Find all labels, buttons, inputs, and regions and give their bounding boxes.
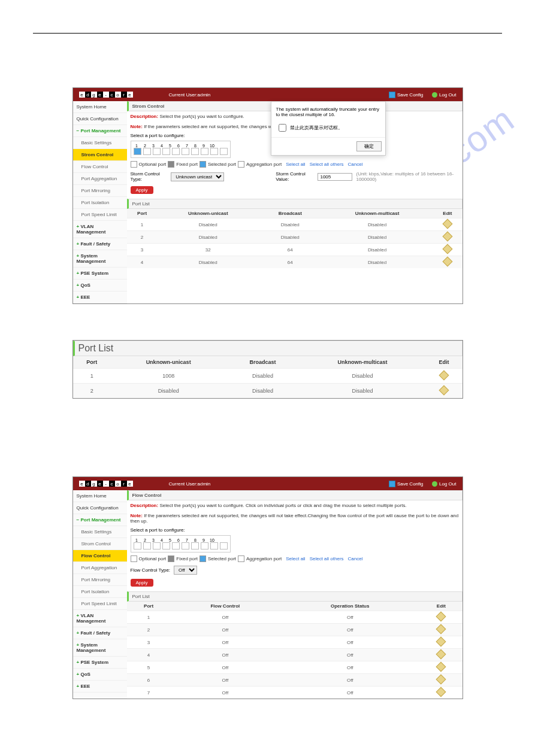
apply-button[interactable]: Apply bbox=[131, 186, 153, 194]
sidebar-item[interactable]: Port Aggregation bbox=[73, 562, 127, 574]
port-cell[interactable] bbox=[143, 148, 151, 155]
table-cell: 32 bbox=[158, 244, 259, 256]
sidebar-item[interactable]: Port Speed Limit bbox=[73, 598, 127, 610]
sidebar-item[interactable]: Port Mirroring bbox=[73, 185, 127, 197]
description-label: Description: bbox=[131, 503, 159, 508]
save-config-button[interactable]: Save Config bbox=[389, 481, 424, 487]
port-cell[interactable] bbox=[182, 542, 189, 549]
port-cell[interactable] bbox=[153, 542, 161, 549]
edit-icon[interactable] bbox=[442, 219, 452, 229]
port-cell[interactable] bbox=[201, 148, 208, 155]
cancel-link[interactable]: Cancel bbox=[348, 556, 363, 561]
sidebar-item[interactable]: Strom Control bbox=[73, 538, 127, 550]
legend-optional: Optional port bbox=[139, 162, 167, 167]
port-cell[interactable] bbox=[134, 148, 141, 155]
table-cell: Off bbox=[280, 611, 420, 624]
select-others-link[interactable]: Select all others bbox=[310, 162, 344, 167]
sidebar-item[interactable]: + EEE bbox=[73, 292, 127, 303]
legend-agg: Aggregation port bbox=[246, 556, 282, 561]
sidebar-item[interactable]: Strom Control bbox=[73, 149, 127, 161]
edit-icon[interactable] bbox=[442, 232, 452, 242]
sidebar-item[interactable]: Port Isolation bbox=[73, 197, 127, 209]
sidebar-item[interactable]: + QoS bbox=[73, 669, 127, 681]
port-cell[interactable] bbox=[201, 542, 208, 549]
sidebar-item[interactable]: Quick Configuration bbox=[73, 113, 127, 125]
edit-icon[interactable] bbox=[436, 675, 446, 685]
edit-icon[interactable] bbox=[436, 624, 446, 634]
edit-icon[interactable] bbox=[436, 662, 446, 672]
confirm-dialog: The system will automatically truncate y… bbox=[271, 101, 386, 156]
edit-icon[interactable] bbox=[436, 637, 446, 647]
flow-type-select[interactable]: Off bbox=[174, 566, 197, 575]
sidebar-item[interactable]: − Port Management bbox=[73, 514, 127, 526]
save-config-button[interactable]: Save Config bbox=[389, 92, 424, 98]
selected-swatch bbox=[200, 161, 206, 168]
sidebar-item[interactable]: Port Speed Limit bbox=[73, 209, 127, 221]
sidebar-item[interactable]: + QoS bbox=[73, 280, 127, 292]
sidebar-item[interactable]: System Home bbox=[73, 490, 127, 502]
sidebar-item[interactable]: Basic Settings bbox=[73, 137, 127, 149]
storm-type-select[interactable]: Unknown unicast bbox=[171, 172, 224, 181]
select-others-link[interactable]: Select all others bbox=[310, 556, 344, 561]
port-cell[interactable] bbox=[220, 148, 228, 155]
sidebar-item[interactable]: Quick Configuration bbox=[73, 502, 127, 514]
port-cell[interactable] bbox=[143, 542, 151, 549]
fixed-swatch bbox=[168, 555, 174, 562]
port-cell[interactable] bbox=[191, 542, 199, 549]
port-cell[interactable] bbox=[182, 148, 189, 155]
port-cell[interactable] bbox=[172, 542, 180, 549]
sidebar-item[interactable]: Port Mirroring bbox=[73, 574, 127, 586]
storm-value-input[interactable] bbox=[318, 173, 352, 181]
edit-icon[interactable] bbox=[436, 687, 446, 697]
port-cell[interactable] bbox=[210, 542, 218, 549]
logout-button[interactable]: Log Out bbox=[432, 92, 456, 98]
sidebar-item[interactable]: Flow Control bbox=[73, 550, 127, 562]
port-cell[interactable] bbox=[134, 542, 141, 549]
table-row: 6OffOff bbox=[127, 674, 463, 687]
port-cell[interactable] bbox=[162, 542, 170, 549]
sidebar-item[interactable]: + Fault / Safety bbox=[73, 238, 127, 250]
sidebar-item[interactable]: + PSE System bbox=[73, 268, 127, 280]
header-bar: edge-core Current User:admin Save Config… bbox=[73, 88, 463, 101]
sidebar-item[interactable]: − Port Management bbox=[73, 125, 127, 137]
sidebar-item[interactable]: Port Isolation bbox=[73, 586, 127, 598]
select-all-link[interactable]: Select all bbox=[286, 556, 305, 561]
brand-logo: edge-core bbox=[79, 92, 133, 98]
select-all-link[interactable]: Select all bbox=[286, 162, 305, 167]
sidebar-item[interactable]: + System Management bbox=[73, 250, 127, 268]
cancel-link[interactable]: Cancel bbox=[348, 162, 363, 167]
port-cell[interactable] bbox=[153, 148, 161, 155]
dialog-ok-button[interactable]: 确定 bbox=[356, 141, 382, 151]
port-cell[interactable] bbox=[220, 542, 228, 549]
edit-icon[interactable] bbox=[436, 649, 446, 660]
edit-icon[interactable] bbox=[442, 257, 452, 267]
sidebar-item[interactable]: + System Management bbox=[73, 639, 127, 657]
port-number: 3 bbox=[150, 144, 157, 148]
edit-icon[interactable] bbox=[436, 612, 446, 622]
sidebar-item[interactable]: + VLAN Management bbox=[73, 221, 127, 238]
sidebar-item[interactable]: + EEE bbox=[73, 681, 127, 693]
sidebar-item[interactable]: + PSE System bbox=[73, 657, 127, 669]
logout-button[interactable]: Log Out bbox=[432, 481, 456, 487]
port-number: 8 bbox=[192, 144, 199, 148]
sidebar-item[interactable]: Flow Control bbox=[73, 161, 127, 173]
sidebar-item[interactable]: Basic Settings bbox=[73, 526, 127, 538]
port-cell[interactable] bbox=[191, 148, 199, 155]
sidebar-item[interactable]: System Home bbox=[73, 101, 127, 113]
dialog-suppress-checkbox[interactable] bbox=[279, 124, 286, 132]
sidebar-item[interactable]: Port Aggregation bbox=[73, 173, 127, 185]
edit-icon[interactable] bbox=[439, 371, 449, 381]
port-cell[interactable] bbox=[162, 148, 170, 155]
table-cell: Disabled bbox=[226, 369, 299, 384]
sidebar-item[interactable]: + Fault / Safety bbox=[73, 627, 127, 639]
apply-button[interactable]: Apply bbox=[131, 579, 153, 587]
port-list-table: PortFlow ControlOperation StatusEdit1Off… bbox=[127, 602, 463, 699]
port-cell[interactable] bbox=[172, 148, 180, 155]
sidebar-item[interactable]: + VLAN Management bbox=[73, 610, 127, 627]
logout-label: Log Out bbox=[439, 481, 456, 487]
port-selector: 12345678910 bbox=[131, 535, 231, 552]
edit-icon[interactable] bbox=[442, 244, 452, 254]
column-header: Unknown-multicast bbox=[322, 209, 433, 218]
edit-icon[interactable] bbox=[439, 385, 449, 396]
port-cell[interactable] bbox=[210, 148, 218, 155]
